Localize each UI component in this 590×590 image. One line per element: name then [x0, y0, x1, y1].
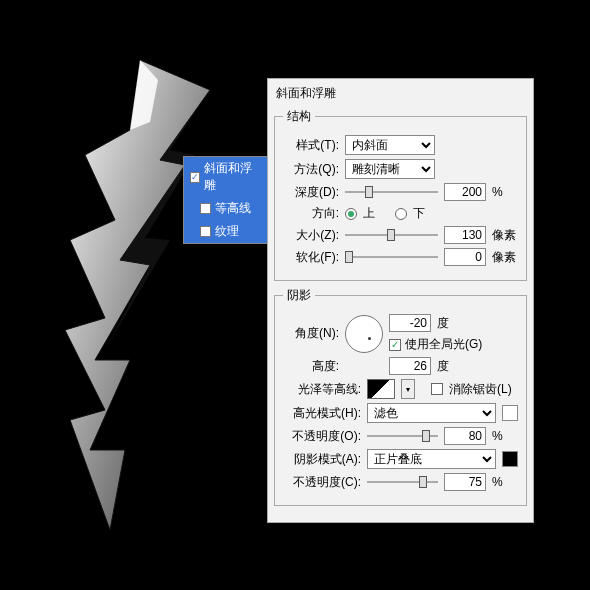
- depth-input[interactable]: [444, 183, 486, 201]
- altitude-label: 高度:: [283, 358, 339, 375]
- dir-up-label: 上: [363, 205, 375, 222]
- soften-label: 软化(F):: [283, 249, 339, 266]
- hi-op-unit: %: [492, 429, 518, 443]
- size-slider[interactable]: [345, 227, 438, 243]
- depth-unit: %: [492, 185, 518, 199]
- dir-up-radio[interactable]: [345, 208, 357, 220]
- effects-list: 斜面和浮雕 等高线 纹理: [183, 156, 268, 244]
- global-light-label: 使用全局光(G): [405, 336, 482, 353]
- effect-texture[interactable]: 纹理: [184, 220, 267, 243]
- method-select[interactable]: 雕刻清晰: [345, 159, 435, 179]
- method-label: 方法(Q):: [283, 161, 339, 178]
- style-select[interactable]: 内斜面: [345, 135, 435, 155]
- effect-label: 斜面和浮雕: [204, 160, 261, 194]
- dir-down-label: 下: [413, 205, 425, 222]
- size-input[interactable]: [444, 226, 486, 244]
- antialias-label: 消除锯齿(L): [449, 381, 512, 398]
- structure-legend: 结构: [283, 108, 315, 125]
- checkbox-icon: [200, 203, 211, 214]
- sh-op-label: 不透明度(C):: [283, 474, 361, 491]
- effect-contour[interactable]: 等高线: [184, 197, 267, 220]
- effect-label: 纹理: [215, 223, 239, 240]
- effect-bevel-emboss[interactable]: 斜面和浮雕: [184, 157, 267, 197]
- effect-label: 等高线: [215, 200, 251, 217]
- soften-input[interactable]: [444, 248, 486, 266]
- hi-op-input[interactable]: [444, 427, 486, 445]
- sh-op-slider[interactable]: [367, 474, 438, 490]
- altitude-unit: 度: [437, 358, 449, 375]
- depth-slider[interactable]: [345, 184, 438, 200]
- shading-group: 阴影 角度(N): 度 使用全局光(G) 高度: 度 光泽等高线:: [274, 287, 527, 506]
- panel-title: 斜面和浮雕: [268, 79, 533, 102]
- angle-input[interactable]: [389, 314, 431, 332]
- antialias-checkbox[interactable]: [431, 383, 443, 395]
- dir-down-radio[interactable]: [395, 208, 407, 220]
- shading-legend: 阴影: [283, 287, 315, 304]
- hi-mode-label: 高光模式(H):: [283, 405, 361, 422]
- hi-mode-select[interactable]: 滤色: [367, 403, 496, 423]
- checkbox-icon: [190, 172, 200, 183]
- hi-op-slider[interactable]: [367, 428, 438, 444]
- structure-group: 结构 样式(T): 内斜面 方法(Q): 雕刻清晰 深度(D): % 方向: 上: [274, 108, 527, 281]
- angle-label: 角度(N):: [283, 325, 339, 342]
- dir-label: 方向:: [283, 205, 339, 222]
- sh-mode-label: 阴影模式(A):: [283, 451, 361, 468]
- depth-label: 深度(D):: [283, 184, 339, 201]
- global-light-checkbox[interactable]: [389, 339, 401, 351]
- size-unit: 像素: [492, 227, 518, 244]
- size-label: 大小(Z):: [283, 227, 339, 244]
- sh-mode-select[interactable]: 正片叠底: [367, 449, 496, 469]
- soften-unit: 像素: [492, 249, 518, 266]
- angle-dial[interactable]: [345, 315, 383, 353]
- lightning-artwork: [50, 60, 230, 530]
- gloss-contour-dropdown[interactable]: ▾: [401, 379, 415, 399]
- sh-op-input[interactable]: [444, 473, 486, 491]
- altitude-input[interactable]: [389, 357, 431, 375]
- angle-unit: 度: [437, 315, 449, 332]
- hi-color-swatch[interactable]: [502, 405, 518, 421]
- hi-op-label: 不透明度(O):: [283, 428, 361, 445]
- sh-color-swatch[interactable]: [502, 451, 518, 467]
- checkbox-icon: [200, 226, 211, 237]
- bevel-emboss-panel: 斜面和浮雕 结构 样式(T): 内斜面 方法(Q): 雕刻清晰 深度(D): %…: [267, 78, 534, 523]
- soften-slider[interactable]: [345, 249, 438, 265]
- sh-op-unit: %: [492, 475, 518, 489]
- gloss-contour-swatch[interactable]: [367, 379, 395, 399]
- gloss-label: 光泽等高线:: [283, 381, 361, 398]
- style-label: 样式(T):: [283, 137, 339, 154]
